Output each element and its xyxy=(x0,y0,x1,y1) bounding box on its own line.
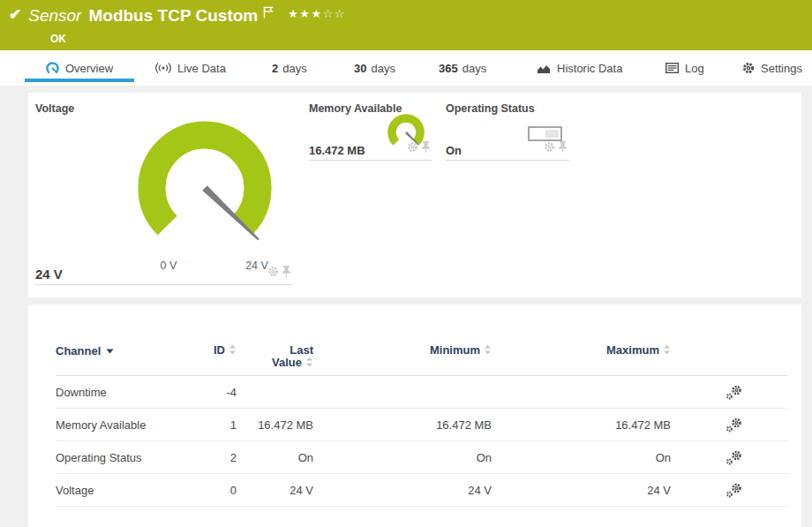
channel-id: -4 xyxy=(166,386,237,399)
stars-empty: ☆☆ xyxy=(323,7,346,20)
tab-label: Live Data xyxy=(177,62,226,75)
gauge-voltage[interactable]: Voltage 0 V 24 V 24 V xyxy=(35,102,293,285)
table-row-operating-status: Operating Status 2 On On On xyxy=(56,441,787,474)
gauge-value: On xyxy=(446,144,462,157)
table-row-memory-available: Memory Available 1 16.472 MB 16.472 MB 1… xyxy=(56,409,787,441)
tab-overview[interactable]: Overview xyxy=(25,50,134,86)
tab-label: Settings xyxy=(761,62,802,75)
tab-label: days xyxy=(371,62,395,75)
channel-settings-icon[interactable] xyxy=(726,418,743,433)
flag-icon[interactable] xyxy=(263,6,274,19)
gauge-title: Operating Status xyxy=(446,102,535,115)
channel-id: 2 xyxy=(166,451,237,464)
channel-minimum: On xyxy=(313,451,492,464)
active-tab-underline xyxy=(25,79,134,82)
tab-number: 30 xyxy=(354,62,366,75)
tab-label: Historic Data xyxy=(557,62,622,75)
pin-icon[interactable] xyxy=(421,140,431,156)
channel-maximum: On xyxy=(492,451,671,464)
sort-icon xyxy=(484,344,492,358)
column-header-maximum[interactable]: Maximum xyxy=(492,344,671,358)
gear-icon[interactable] xyxy=(544,140,555,156)
channel-table-header: Channel ID Last Value Minimum Maximum xyxy=(56,305,787,376)
pin-icon[interactable] xyxy=(282,265,291,281)
switch-knob xyxy=(545,130,559,138)
tab-2-days[interactable]: 2 days xyxy=(272,50,307,86)
area-chart-icon xyxy=(537,63,551,74)
table-row-downtime: Downtime -4 xyxy=(56,376,787,409)
gear-icon xyxy=(742,62,755,74)
sensor-type-label: Sensor xyxy=(28,5,81,26)
prtg-sensor-page: ✔ Sensor Modbus TCP Custom ★★★☆☆ OK Over… xyxy=(0,0,812,527)
sensor-title: Modbus TCP Custom xyxy=(88,5,258,26)
gauges-panel: Voltage 0 V 24 V 24 V xyxy=(28,93,801,297)
gear-icon[interactable] xyxy=(407,140,418,156)
channel-settings-icon[interactable] xyxy=(726,483,743,498)
priority-stars[interactable]: ★★★☆☆ xyxy=(288,7,346,20)
gauge-icon xyxy=(46,62,59,75)
gauge-value: 16.472 MB xyxy=(309,144,365,157)
tab-number: 2 xyxy=(272,62,278,75)
channel-name: Downtime xyxy=(56,386,166,399)
channel-minimum: 16.472 MB xyxy=(313,418,492,432)
channel-last-value: On xyxy=(237,451,313,464)
gauge-tools xyxy=(267,265,291,281)
channel-last-value: 16.472 MB xyxy=(237,418,313,432)
log-icon xyxy=(665,63,679,73)
gauge-operating-status[interactable]: Operating Status On xyxy=(446,102,569,161)
status-check-icon: ✔ xyxy=(9,5,21,25)
sensor-status-text: OK xyxy=(50,33,66,45)
channel-name: Operating Status xyxy=(56,451,166,464)
gauge-value: 24 V xyxy=(35,267,63,282)
tab-365-days[interactable]: 365 days xyxy=(439,50,486,86)
tab-live-data[interactable]: Live Data xyxy=(155,50,226,86)
sort-caret-icon xyxy=(106,343,114,357)
tab-label: Overview xyxy=(65,62,113,75)
channel-name: Memory Available xyxy=(56,418,166,432)
stars-filled: ★★★ xyxy=(288,7,322,20)
gauge-scale-min: 0 V xyxy=(154,260,183,272)
table-row-voltage: Voltage 0 24 V 24 V 24 V xyxy=(56,474,787,507)
voltage-gauge-dial xyxy=(130,119,285,253)
column-header-minimum[interactable]: Minimum xyxy=(313,344,492,358)
tab-number: 365 xyxy=(439,62,458,75)
sensor-header-bar: ✔ Sensor Modbus TCP Custom ★★★☆☆ OK xyxy=(0,0,812,50)
channel-maximum: 24 V xyxy=(492,484,671,497)
channel-id: 0 xyxy=(166,484,237,497)
tab-label: Log xyxy=(685,62,704,75)
channel-id: 1 xyxy=(166,418,237,432)
column-header-id[interactable]: ID xyxy=(166,344,237,358)
tab-30-days[interactable]: 30 days xyxy=(354,50,395,86)
channel-table: Channel ID Last Value Minimum Maximum xyxy=(28,305,801,507)
channel-settings-icon[interactable] xyxy=(726,450,743,465)
channel-last-value: 24 V xyxy=(237,484,313,497)
tab-label: days xyxy=(462,62,486,75)
channel-maximum: 16.472 MB xyxy=(492,418,671,432)
channel-minimum: 24 V xyxy=(313,484,492,497)
gauge-tools xyxy=(544,140,568,156)
tab-log[interactable]: Log xyxy=(665,50,704,86)
tab-bar: Overview Live Data 2 days 30 days xyxy=(0,50,812,86)
channel-name: Voltage xyxy=(56,484,166,497)
tab-settings[interactable]: Settings xyxy=(742,50,802,86)
channel-settings-icon[interactable] xyxy=(726,385,743,400)
sensor-title-row: ✔ Sensor Modbus TCP Custom ★★★☆☆ xyxy=(9,5,346,26)
gauge-title: Voltage xyxy=(35,102,74,115)
status-switch[interactable] xyxy=(528,126,562,141)
gear-icon[interactable] xyxy=(267,265,279,281)
gauge-tools xyxy=(407,140,431,156)
gauge-memory-available[interactable]: Memory Available 16.472 MB xyxy=(309,102,432,161)
tab-historic-data[interactable]: Historic Data xyxy=(537,50,622,86)
sort-icon xyxy=(663,344,671,358)
column-header-last-value[interactable]: Last Value xyxy=(237,344,313,370)
column-header-channel[interactable]: Channel xyxy=(56,344,166,358)
sort-icon xyxy=(305,357,313,370)
channel-table-panel: Channel ID Last Value Minimum Maximum xyxy=(28,305,801,527)
live-icon xyxy=(155,62,171,74)
pin-icon[interactable] xyxy=(558,140,568,156)
sort-icon xyxy=(229,344,237,358)
tab-label: days xyxy=(282,62,306,75)
